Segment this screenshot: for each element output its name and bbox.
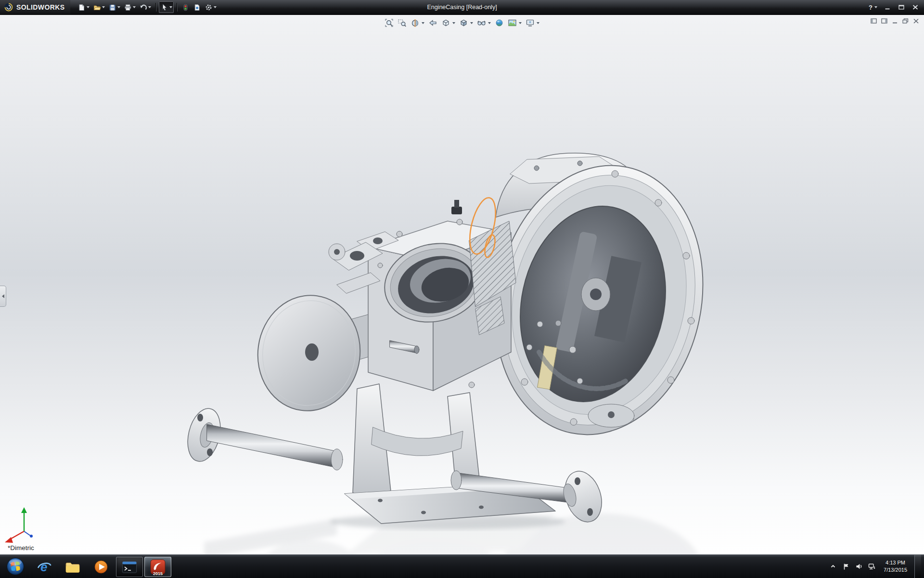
view-orientation-button[interactable] <box>440 17 457 28</box>
titlebar: SOLIDWORKS <box>0 0 924 15</box>
orientation-triad <box>5 507 33 543</box>
folder-icon <box>65 561 80 574</box>
support-rod-left <box>207 424 337 468</box>
dropdown-caret <box>537 22 539 24</box>
save-floppy-icon <box>108 3 116 12</box>
dropdown-caret <box>87 6 90 8</box>
svg-text:e: e <box>40 560 47 574</box>
dropdown-caret <box>519 22 522 24</box>
file-properties-button[interactable] <box>192 1 203 13</box>
print-icon <box>124 3 132 12</box>
doc-close-icon[interactable] <box>913 18 919 24</box>
taskbar-media-player[interactable] <box>88 557 115 577</box>
dropdown-caret <box>874 6 877 8</box>
select-cursor-icon <box>160 3 168 12</box>
solidworks-version-label: 2015 <box>144 571 171 576</box>
titlebar-right: ? <box>866 2 924 13</box>
triad-z-axis <box>30 535 33 538</box>
engine-casing-geometry <box>182 146 727 529</box>
help-icon: ? <box>869 4 873 11</box>
system-tray: 4:13 PM 7/13/2015 <box>829 555 924 578</box>
section-view-button[interactable] <box>409 17 426 28</box>
document-window-controls <box>871 18 919 24</box>
dropdown-caret <box>102 6 105 8</box>
chevron-left-icon <box>2 294 4 298</box>
show-hidden-icons-button[interactable] <box>829 562 837 571</box>
media-player-icon <box>94 560 108 574</box>
dropdown-caret <box>488 22 491 24</box>
view-settings-icon <box>526 18 535 27</box>
zoom-to-fit-button[interactable] <box>383 17 395 28</box>
taskbar-icons: e <box>31 555 171 578</box>
dropdown-caret <box>470 22 473 24</box>
toolbar-separator <box>155 3 156 12</box>
save-button[interactable] <box>107 1 122 13</box>
heads-up-view-toolbar <box>383 17 541 28</box>
select-tool-button[interactable] <box>159 1 174 13</box>
view-orientation-label: *Dimetric <box>8 544 34 552</box>
flag-icon <box>843 563 849 570</box>
options-button[interactable] <box>203 1 218 13</box>
doc-minimize-icon[interactable] <box>892 18 898 24</box>
doc-restore-icon[interactable] <box>902 18 909 24</box>
engine-casing-model[interactable] <box>0 15 924 554</box>
dropdown-caret <box>422 22 424 24</box>
chevron-up-icon <box>830 563 836 570</box>
close-button[interactable] <box>909 2 922 13</box>
dropdown-caret <box>452 22 455 24</box>
dropdown-caret <box>214 6 217 8</box>
maximize-button[interactable] <box>895 2 908 13</box>
undo-button[interactable] <box>138 1 153 13</box>
help-button[interactable]: ? <box>866 2 880 13</box>
clock-time: 4:13 PM <box>884 559 907 566</box>
zoom-to-fit-icon <box>385 18 394 27</box>
solidworks-brand: SOLIDWORKS <box>0 0 70 14</box>
action-center-button[interactable] <box>842 562 850 571</box>
pane-right-icon[interactable] <box>881 18 887 24</box>
featuremanager-collapsed-tab[interactable] <box>0 286 6 307</box>
hide-show-items-button[interactable] <box>475 17 492 28</box>
start-button[interactable] <box>0 555 31 578</box>
network-button[interactable] <box>868 562 876 571</box>
minimize-button[interactable] <box>881 2 894 13</box>
display-style-icon <box>459 18 468 27</box>
options-gear-icon <box>205 3 213 12</box>
print-button[interactable] <box>122 1 137 13</box>
open-button[interactable] <box>91 1 106 13</box>
dropdown-caret <box>148 6 151 8</box>
edit-appearance-button[interactable] <box>493 17 505 28</box>
show-desktop-button[interactable] <box>914 555 921 578</box>
solidworks-window: SOLIDWORKS <box>0 0 924 578</box>
titlebar-toolbar <box>70 1 218 13</box>
view-settings-button[interactable] <box>524 17 541 28</box>
taskbar-windows-explorer[interactable] <box>59 557 86 577</box>
rebuild-traffic-light-icon <box>181 3 190 12</box>
edit-appearance-ball-icon <box>495 18 504 27</box>
taskbar-clock[interactable]: 4:13 PM 7/13/2015 <box>881 559 910 574</box>
new-document-icon <box>77 3 86 12</box>
apply-scene-icon <box>508 18 517 27</box>
toolbar-separator <box>177 3 177 12</box>
minimize-icon <box>885 5 890 10</box>
taskbar-command-prompt[interactable] <box>116 557 143 577</box>
file-properties-icon <box>193 3 201 12</box>
maximize-icon <box>898 5 904 10</box>
display-style-button[interactable] <box>458 17 475 28</box>
rebuild-button[interactable] <box>180 1 191 13</box>
apply-scene-button[interactable] <box>506 17 523 28</box>
dropdown-caret <box>117 6 120 8</box>
windows-start-orb-icon <box>6 557 25 576</box>
volume-button[interactable] <box>855 562 863 571</box>
hide-show-glasses-icon <box>477 18 486 27</box>
zoom-to-area-button[interactable] <box>396 17 408 28</box>
new-document-button[interactable] <box>76 1 91 13</box>
graphics-area[interactable]: *Dimetric <box>0 15 924 554</box>
dassault-3ds-logo-icon <box>4 2 13 12</box>
section-view-icon <box>411 18 420 27</box>
open-folder-icon <box>93 3 101 12</box>
previous-view-button[interactable] <box>427 17 439 28</box>
taskbar-internet-explorer[interactable]: e <box>31 557 58 577</box>
pane-left-icon[interactable] <box>871 18 877 24</box>
taskbar-solidworks[interactable]: 2015 <box>144 557 171 577</box>
speaker-icon <box>856 563 863 570</box>
